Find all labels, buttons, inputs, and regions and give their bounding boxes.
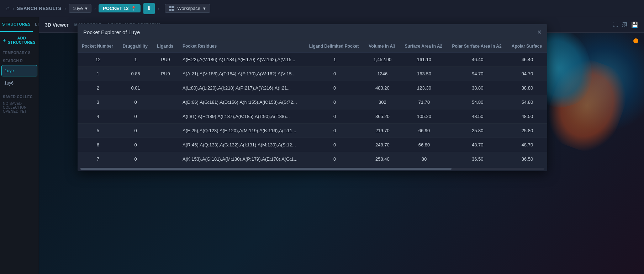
cell-ligand-delimited: 0 — [305, 109, 364, 124]
cell-ligands — [153, 81, 178, 95]
table-row[interactable]: 4 0 A(I:81),A(H:189),A(I:187),A(K:185),A… — [78, 109, 547, 124]
col-surface-area: Surface Area in A2 — [400, 40, 448, 53]
temporary-section-label: TEMPORARY S — [0, 48, 39, 56]
cell-apolar-surface: 48.50 — [507, 109, 547, 124]
table-row[interactable]: 5 0 A(E:25),A(Q:123),A(E:120),A(M:119),A… — [78, 124, 547, 138]
col-polar-surface: Polar Surface Area in A2 — [448, 40, 507, 53]
cell-pocket-number: 6 — [78, 138, 118, 152]
table-row[interactable]: 1 0.85 PU9 A(A:21),A(V:186),A(T:184),A(F… — [78, 67, 547, 81]
col-volume: Volume in A3 — [364, 40, 400, 53]
search-r-section-label: SEARCH R — [0, 56, 39, 64]
viewer-title: 3D Viewer — [45, 22, 69, 28]
cell-polar-surface: 36.50 — [448, 152, 507, 166]
cell-polar-surface: 54.80 — [448, 95, 507, 109]
cell-surface-area: 71.70 — [400, 95, 448, 109]
cell-volume: 248.70 — [364, 138, 400, 152]
cell-pocket-number: 7 — [78, 152, 118, 166]
orange-indicator — [633, 38, 638, 43]
cell-pocket-residues: A(A:21),A(V:186),A(T:184),A(F:170),A(W:1… — [178, 67, 305, 81]
cell-druggability: 0 — [118, 124, 153, 138]
cell-surface-area: 66.90 — [400, 124, 448, 138]
viewer-icon-image[interactable]: 🖼 — [622, 21, 628, 28]
cell-pocket-residues: A(I:81),A(H:189),A(I:187),A(K:185),A(T:9… — [178, 109, 305, 124]
cell-druggability: 0.01 — [118, 81, 153, 95]
cell-ligand-delimited: 0 — [305, 67, 364, 81]
cell-surface-area: 161.10 — [400, 53, 448, 67]
plus-icon: + — [3, 37, 6, 43]
nav-chevron-2: › — [64, 6, 66, 11]
nav-chevron-1: › — [12, 6, 14, 11]
cell-ligands: PU9 — [153, 53, 178, 67]
table-row[interactable]: 7 0 A(K:153),A(G:181),A(M:180),A(P:179),… — [78, 152, 547, 166]
cell-pocket-residues: A(K:153),A(G:181),A(M:180),A(P:179),A(E:… — [178, 152, 305, 166]
cell-volume: 258.40 — [364, 152, 400, 166]
cell-ligands: PU9 — [153, 67, 178, 81]
cell-ligand-delimited: 1 — [305, 53, 364, 67]
workspace-chevron: ▾ — [203, 6, 206, 11]
pocket-explorer-modal[interactable]: Pocket Explorer of 1uye × Pocket Number … — [78, 24, 547, 171]
sidebar-tabs: STRUCTURES LIGANDS — [0, 17, 39, 32]
cell-polar-surface: 38.80 — [448, 81, 507, 95]
cell-pocket-residues: A(D:66),A(G:181),A(D:156),A(N:155),A(K:1… — [178, 95, 305, 109]
cell-polar-surface: 25.80 — [448, 124, 507, 138]
pocket-badge[interactable]: POCKET 12 📍 — [99, 4, 140, 12]
cell-surface-area: 123.30 — [400, 81, 448, 95]
structure-dropdown-value: 1uye — [73, 6, 83, 11]
download-button[interactable]: ⬇ — [143, 3, 155, 14]
modal-close-button[interactable]: × — [537, 28, 542, 36]
table-row[interactable]: 3 0 A(D:66),A(G:181),A(D:156),A(N:155),A… — [78, 95, 547, 109]
cell-surface-area: 66.80 — [400, 138, 448, 152]
cell-ligands — [153, 109, 178, 124]
modal-title: Pocket Explorer of 1uye — [83, 29, 140, 35]
cell-surface-area: 105.20 — [400, 109, 448, 124]
cell-druggability: 0 — [118, 138, 153, 152]
cell-ligand-delimited: 0 — [305, 124, 364, 138]
cell-pocket-residues: A(F:22),A(V:186),A(T:184),A(F:170),A(W:1… — [178, 53, 305, 67]
cell-apolar-surface: 25.80 — [507, 124, 547, 138]
cell-ligands — [153, 95, 178, 109]
modal-body[interactable]: Pocket Number Druggability Ligands Pocke… — [78, 40, 547, 171]
viewer-icon-save[interactable]: 💾 — [631, 21, 638, 28]
table-row[interactable]: 2 0.01 A(L:80),A(L:220),A(I:218),A(P:217… — [78, 81, 547, 95]
add-structures-label: ADD STRUCTURES — [7, 36, 36, 44]
col-druggability: Druggability — [118, 40, 153, 53]
col-pocket-residues: Pocket Residues — [178, 40, 305, 53]
cell-ligand-delimited: 0 — [305, 152, 364, 166]
cell-pocket-number: 2 — [78, 81, 118, 95]
viewer-icon-lock[interactable]: ⛶ — [613, 21, 618, 28]
search-results-link[interactable]: SEARCH RESULTS — [17, 6, 62, 11]
scrollbar-thumb[interactable] — [80, 168, 452, 170]
cell-pocket-number: 1 — [78, 67, 118, 81]
nav-chevron-4: › — [158, 6, 159, 11]
cell-apolar-surface: 38.80 — [507, 81, 547, 95]
cell-ligand-delimited: 0 — [305, 81, 364, 95]
horizontal-scrollbar[interactable] — [80, 168, 544, 170]
cell-pocket-residues: A(R:46),A(Q:133),A(G:132),A(I:131),A(M:1… — [178, 138, 305, 152]
viewer-icon-group: ⛶ 🖼 💾 — [613, 21, 638, 28]
table-row[interactable]: 6 0 A(R:46),A(Q:133),A(G:132),A(I:131),A… — [78, 138, 547, 152]
sidebar-item-1uye[interactable]: 1uye — [1, 65, 37, 76]
tab-structures[interactable]: STRUCTURES — [0, 17, 33, 32]
cell-ligands — [153, 124, 178, 138]
table-row[interactable]: 12 1 PU9 A(F:22),A(V:186),A(T:184),A(F:1… — [78, 53, 547, 67]
cell-druggability: 0 — [118, 109, 153, 124]
cell-ligand-delimited: 0 — [305, 138, 364, 152]
cell-pocket-residues: A(L:80),A(L:220),A(I:218),A(P:217),A(Y:2… — [178, 81, 305, 95]
cell-surface-area: 80 — [400, 152, 448, 166]
add-structures-button[interactable]: + ADD STRUCTURES — [0, 32, 39, 48]
cell-pocket-number: 12 — [78, 53, 118, 67]
viewer-area: 3D Viewer MAIN SCENE 2 DISPLAYED OBJECT(… — [39, 17, 644, 274]
cell-apolar-surface: 36.50 — [507, 152, 547, 166]
cell-ligands — [153, 138, 178, 152]
cell-volume: 302 — [364, 95, 400, 109]
download-icon: ⬇ — [147, 5, 151, 12]
cell-polar-surface: 48.70 — [448, 138, 507, 152]
cell-volume: 219.70 — [364, 124, 400, 138]
sidebar-item-1uy6[interactable]: 1uy6 — [1, 78, 37, 88]
structure-dropdown[interactable]: 1uye ▾ — [69, 4, 91, 13]
structure-dropdown-chevron: ▾ — [85, 6, 88, 11]
workspace-button[interactable]: Workspace ▾ — [165, 4, 210, 13]
home-icon[interactable]: ⌂ — [6, 5, 10, 12]
sidebar: STRUCTURES LIGANDS + ADD STRUCTURES TEMP… — [0, 17, 39, 274]
col-ligands: Ligands — [153, 40, 178, 53]
